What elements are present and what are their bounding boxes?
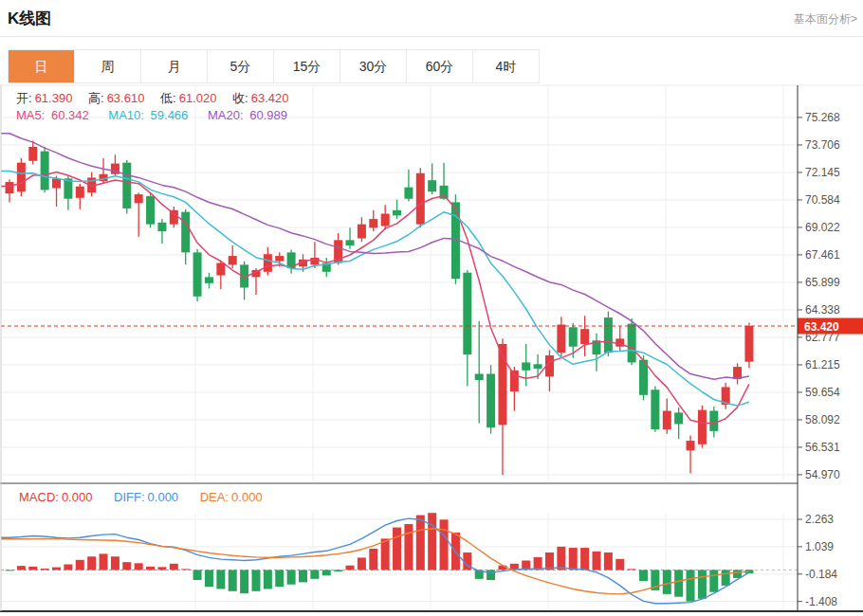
- macd-bar: [310, 570, 319, 578]
- macd-bar: [369, 549, 377, 570]
- macd-bar: [322, 570, 331, 575]
- macd-info-bar: MACD:0.000 DIFF:0.000 DEA:0.000: [19, 490, 268, 504]
- low-value: 61.020: [179, 91, 217, 105]
- macd-axis-label: 1.039: [805, 540, 834, 553]
- macd-bar: [545, 553, 554, 570]
- macd-bar: [240, 570, 248, 593]
- macd-bar: [639, 570, 648, 581]
- open-value: 61.390: [35, 91, 73, 105]
- tab-period-6[interactable]: 60分: [407, 50, 473, 82]
- macd-label: MACD:0.000: [19, 490, 95, 504]
- macd-bar: [663, 570, 671, 593]
- ma-info-bar: MA5: 60.342 MA10: 59.466 MA20: 60.989: [16, 108, 293, 122]
- price-axis-label: 65.899: [805, 276, 840, 289]
- tab-period-7[interactable]: 4时: [473, 50, 539, 82]
- high-label: 高:: [88, 91, 104, 105]
- macd-bar: [580, 548, 589, 570]
- tab-period-4[interactable]: 15分: [274, 50, 340, 82]
- macd-bar: [687, 570, 695, 601]
- diff-value: 0.000: [148, 490, 179, 504]
- macd-bar: [41, 569, 49, 570]
- candle-body: [369, 219, 377, 227]
- current-price-badge-label: 63.420: [804, 320, 839, 334]
- macd-bar: [135, 563, 143, 570]
- candle-body: [381, 214, 390, 226]
- macd-bar: [722, 570, 730, 586]
- macd-bar: [428, 513, 436, 570]
- candles: [6, 140, 754, 475]
- dea-value: 0.000: [231, 490, 263, 504]
- candle-body: [181, 212, 190, 253]
- macd-bar: [628, 569, 636, 570]
- price-axis-label: 58.092: [805, 413, 840, 426]
- candle-body: [205, 277, 213, 283]
- macd-axis-label: -1.408: [805, 595, 837, 608]
- price-axis-label: 64.338: [805, 303, 840, 317]
- macd-bar: [146, 567, 155, 571]
- candle-body: [534, 364, 542, 369]
- dea-label: DEA:0.000: [200, 490, 266, 504]
- macd-bar: [275, 570, 284, 587]
- macd-bar: [393, 528, 401, 571]
- price-axis-label: 75.268: [805, 111, 840, 124]
- tab-period-1[interactable]: 周: [75, 50, 141, 82]
- candle-body: [510, 371, 519, 391]
- candle-body: [393, 210, 401, 216]
- macd-bar: [287, 570, 296, 584]
- price-axis-label: 73.706: [805, 138, 840, 152]
- candle-body: [404, 188, 413, 199]
- macd-bar: [709, 570, 718, 591]
- tab-period-5[interactable]: 30分: [340, 50, 407, 82]
- macd-bar: [404, 524, 413, 570]
- candle-body: [135, 194, 143, 203]
- ma20-label: MA20: 60.989: [208, 108, 290, 122]
- candle-body: [569, 327, 578, 346]
- ma20-value: 60.989: [249, 108, 287, 122]
- candle-body: [170, 210, 178, 225]
- candle-body: [275, 256, 284, 262]
- macd-bar: [122, 562, 131, 570]
- candle-body: [487, 374, 495, 428]
- macd-bar: [17, 566, 26, 570]
- candle-body: [264, 254, 272, 272]
- tab-period-2[interactable]: 月: [141, 50, 208, 82]
- macd-bar: [157, 567, 166, 570]
- price-axis-label: 56.531: [805, 441, 840, 454]
- candle-body: [604, 317, 613, 353]
- ma20-line: [1, 134, 749, 380]
- macd-bar: [205, 570, 213, 587]
- price-axis-label: 61.215: [805, 358, 840, 371]
- open-label: 开:: [16, 91, 32, 105]
- tab-period-3[interactable]: 5分: [208, 50, 274, 82]
- macd-bar: [569, 548, 578, 570]
- candle-body: [428, 180, 436, 191]
- candle-body: [28, 147, 37, 161]
- macd-bar: [487, 570, 495, 580]
- macd-bar: [733, 570, 742, 577]
- candle-body: [146, 196, 155, 225]
- macd-axis-label: -0.184: [805, 568, 837, 581]
- high-value: 63.610: [107, 91, 145, 105]
- candle-body: [229, 256, 237, 264]
- candle-body: [698, 410, 707, 444]
- ma10-value: 59.466: [151, 108, 189, 122]
- close-value: 63.420: [251, 91, 289, 105]
- ma10-line: [1, 172, 749, 407]
- candle-body: [687, 441, 695, 450]
- candle-body: [651, 390, 659, 429]
- candle-body: [41, 152, 49, 190]
- macd-bar: [440, 519, 449, 570]
- price-axis-label: 54.970: [805, 468, 840, 481]
- candle-body: [122, 163, 131, 208]
- ma5-value: 60.342: [51, 108, 89, 122]
- candle-body: [346, 240, 355, 245]
- candle-body: [17, 163, 26, 192]
- macd-bar: [100, 553, 108, 570]
- tab-period-0[interactable]: 日: [9, 50, 75, 82]
- macd-bar: [416, 516, 425, 571]
- candle-body: [580, 329, 589, 344]
- macd-bar: [251, 570, 260, 590]
- diff-label: DIFF:0.000: [114, 490, 181, 504]
- candle-body: [358, 225, 366, 239]
- candle-body: [557, 325, 565, 353]
